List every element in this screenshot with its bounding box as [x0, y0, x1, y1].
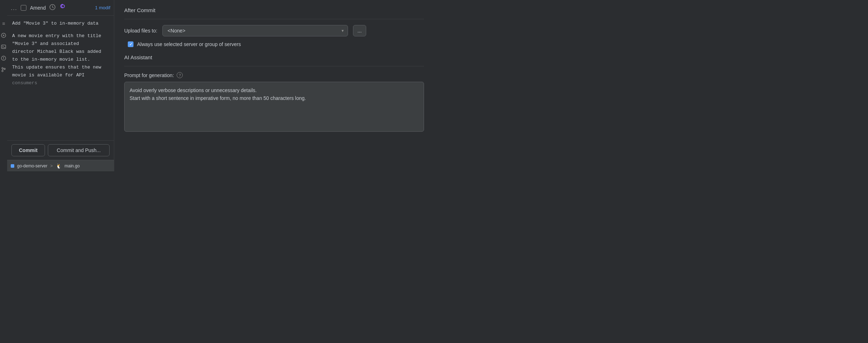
amend-label: Amend	[30, 5, 46, 11]
status-dot	[11, 164, 14, 168]
commit-title: Add "Movie 3" to in-memory data	[12, 20, 109, 27]
ai-assistant-title: AI Assistant	[124, 54, 424, 60]
upload-row: Upload files to: <None> ▾ ...	[124, 25, 424, 36]
left-panel: ≡	[0, 0, 114, 171]
warning-icon[interactable]	[1, 56, 6, 61]
after-commit-title: After Commit	[124, 7, 424, 13]
upload-ellipsis-button[interactable]: ...	[353, 25, 367, 36]
prompt-textarea[interactable]: Avoid overly verbose descriptions or unn…	[124, 82, 424, 132]
modified-badge: 1 modif	[95, 5, 110, 10]
checkbox-row: Always use selected server or group of s…	[128, 41, 424, 47]
terminal-icon[interactable]	[1, 44, 6, 49]
upload-select[interactable]: <None>	[162, 25, 348, 36]
more-button[interactable]: ...	[11, 5, 17, 11]
section-divider-1	[124, 19, 424, 19]
after-commit-section: After Commit Upload files to: <None> ▾ .…	[124, 7, 424, 47]
svg-point-8	[2, 70, 3, 72]
svg-point-6	[3, 59, 4, 60]
commit-button[interactable]: Commit	[11, 144, 45, 156]
status-bar: go-demo-server > 🐧 main.go	[7, 160, 114, 171]
svg-marker-1	[3, 35, 5, 36]
commit-push-button[interactable]: Commit and Push...	[48, 144, 110, 156]
prompt-label: Prompt for generation:	[124, 72, 174, 78]
left-panel-content: ... Amend 1 modif Add "Movie 3" to in-me…	[7, 0, 114, 171]
ai-assistant-section: AI Assistant Prompt for generation: ? Av…	[124, 54, 424, 164]
top-bar: ... Amend 1 modif	[7, 0, 114, 16]
branch-icon[interactable]	[1, 67, 6, 72]
upload-label: Upload files to:	[124, 28, 157, 34]
section-divider-2	[124, 66, 424, 66]
help-icon[interactable]: ?	[177, 72, 183, 78]
upload-select-wrapper: <None> ▾	[162, 25, 348, 36]
commit-message-area: Add "Movie 3" to in-memory data A new mo…	[7, 16, 114, 140]
play-circle-icon[interactable]	[1, 33, 6, 38]
history-icon[interactable]	[49, 4, 56, 12]
prompt-label-row: Prompt for generation: ?	[124, 72, 424, 78]
commit-description: A new movie entry with the title "Movie …	[12, 32, 109, 87]
amend-checkbox[interactable]	[21, 5, 26, 11]
status-filename: main.go	[65, 163, 80, 168]
status-separator: >	[50, 163, 53, 168]
always-use-server-checkbox[interactable]	[128, 41, 133, 47]
sidebar-icons: ≡	[0, 16, 7, 160]
checkbox-label: Always use selected server or group of s…	[137, 41, 241, 47]
right-panel: After Commit Upload files to: <None> ▾ .…	[114, 0, 434, 171]
status-repo: go-demo-server	[17, 163, 47, 168]
hamburger-icon[interactable]: ≡	[2, 21, 5, 26]
go-file-icon: 🐧	[56, 163, 62, 169]
ai-icon[interactable]	[59, 3, 66, 12]
action-buttons: Commit Commit and Push...	[7, 140, 114, 160]
